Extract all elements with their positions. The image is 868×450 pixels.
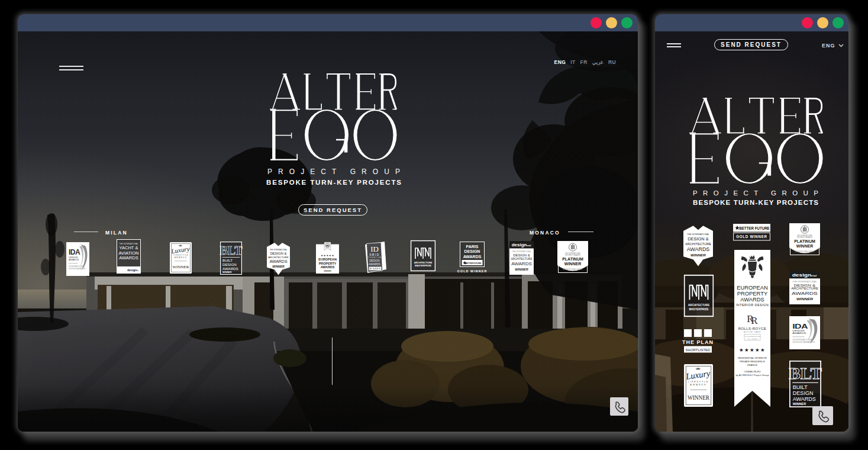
svg-text:PROJECT GROUP: PROJECT GROUP xyxy=(693,189,818,197)
svg-text:PROJECT GROUP: PROJECT GROUP xyxy=(267,168,400,176)
svg-text:BESPOKE TURN-KEY PROJECTS: BESPOKE TURN-KEY PROJECTS xyxy=(693,199,818,206)
svg-text:BESPOKE TURN-KEY PROJECTS: BESPOKE TURN-KEY PROJECTS xyxy=(266,179,401,186)
